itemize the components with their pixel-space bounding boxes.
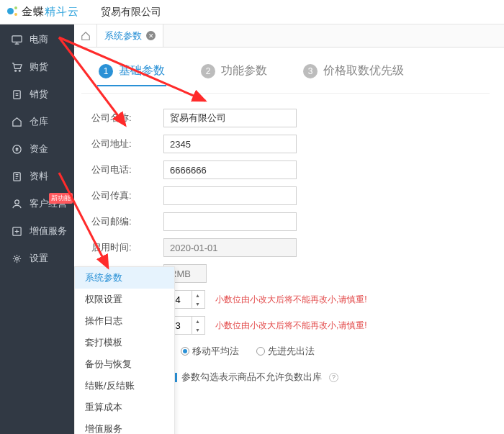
company-zip-input[interactable] — [163, 212, 297, 231]
cart-icon — [12, 62, 22, 73]
home-icon — [12, 117, 22, 127]
radio-icon — [256, 347, 265, 356]
sidebar-item-label: 电商 — [30, 33, 48, 46]
svg-rect-0 — [12, 35, 22, 41]
new-badge: 新功能 — [49, 193, 73, 204]
step-label: 基础参数 — [119, 63, 165, 78]
sidebar-item-settings[interactable]: 设置 — [0, 245, 74, 272]
step-number: 3 — [303, 64, 318, 78]
company-name-input[interactable] — [163, 109, 297, 127]
sidebar-item-label: 资料 — [30, 170, 48, 183]
label-company-name: 公司名称: — [91, 112, 163, 125]
brand-logo: 金蝶精斗云 — [6, 5, 79, 19]
label-company-tel: 公司电话: — [91, 163, 163, 176]
sidebar-item-label: 购货 — [30, 60, 48, 73]
sidebar: 电商 购货 销货 仓库 资金 资料 客户经营新功能 增值服务 设置 — [0, 24, 74, 434]
brand-text-a: 金蝶 — [22, 5, 45, 17]
sidebar-item-label: 设置 — [30, 252, 48, 265]
sidebar-item-label: 仓库 — [30, 115, 48, 128]
sidebar-item-valueadd[interactable]: 增值服务 — [0, 217, 74, 245]
svg-point-8 — [16, 257, 19, 260]
label-company-fax: 公司传真: — [91, 189, 163, 202]
tab-label: 系统参数 — [104, 30, 142, 42]
plus-box-icon — [12, 226, 22, 237]
submenu-valueadd[interactable]: 增值服务 — [75, 418, 174, 434]
step-label: 价格取数优先级 — [323, 63, 404, 78]
step-label: 功能参数 — [221, 63, 267, 78]
chevron-down-icon[interactable]: ▼ — [192, 325, 203, 334]
radio-fifo[interactable]: 先进先出法 — [256, 345, 315, 358]
gear-icon — [12, 253, 22, 264]
step-number: 2 — [201, 64, 215, 78]
label-enable-time: 启用时间: — [91, 241, 163, 254]
svg-point-1 — [15, 70, 17, 71]
submenu-label: 操作日志 — [85, 315, 122, 327]
submenu-recalc[interactable]: 重算成本 — [75, 397, 174, 418]
close-icon[interactable]: ✕ — [146, 31, 156, 40]
warning-text: 小数位由小改大后将不能再改小,请慎重! — [215, 320, 367, 332]
sidebar-item-data[interactable]: 资料 — [0, 163, 74, 190]
step-number: 1 — [99, 64, 113, 78]
sidebar-item-label: 销货 — [30, 88, 48, 101]
warning-text: 小数位由小改大后将不能再改小,请慎重! — [215, 294, 367, 306]
chevron-up-icon[interactable]: ▲ — [192, 317, 203, 325]
tabbar: 系统参数 ✕ — [74, 24, 504, 48]
tab-system-params[interactable]: 系统参数 ✕ — [97, 24, 163, 47]
step-price[interactable]: 3价格取数优先级 — [303, 63, 404, 86]
sidebar-item-purchase[interactable]: 购货 — [0, 53, 74, 81]
submenu-label: 结账/反结账 — [85, 379, 135, 392]
brand-text-b: 精斗云 — [45, 5, 79, 17]
svg-point-2 — [19, 70, 20, 71]
step-function[interactable]: 2功能参数 — [201, 63, 267, 86]
submenu-backup[interactable]: 备份与恢复 — [75, 353, 174, 375]
company-name: 贸易有限公司 — [101, 6, 161, 19]
tab-home[interactable] — [74, 24, 97, 47]
submenu-permissions[interactable]: 权限设置 — [75, 289, 174, 310]
radio-moving-avg[interactable]: 移动平均法 — [181, 345, 239, 358]
radio-label: 先进先出法 — [268, 345, 315, 358]
logo-icon — [6, 6, 19, 19]
user-icon — [12, 199, 22, 209]
sidebar-item-label: 资金 — [30, 143, 48, 155]
company-addr-input[interactable] — [163, 135, 297, 153]
chevron-up-icon[interactable]: ▲ — [192, 291, 203, 299]
settings-submenu: 系统参数 权限设置 操作日志 套打模板 备份与恢复 结账/反结账 重算成本 增值… — [74, 266, 175, 434]
step-basic[interactable]: 1基础参数 — [99, 63, 165, 86]
svg-rect-3 — [14, 90, 20, 98]
order-icon — [12, 89, 22, 100]
submenu-print-tpl[interactable]: 套打模板 — [75, 332, 174, 353]
submenu-system-params[interactable]: 系统参数 — [75, 267, 174, 289]
submenu-label: 权限设置 — [85, 293, 122, 306]
home-icon — [81, 31, 91, 41]
label-company-addr: 公司地址: — [91, 137, 163, 150]
company-tel-input[interactable] — [163, 161, 297, 179]
main-area: 系统参数 ✕ 1基础参数 2功能参数 3价格取数优先级 公司名称: 公司地址: … — [74, 24, 504, 434]
submenu-label: 套打模板 — [85, 336, 122, 349]
sidebar-item-label: 增值服务 — [30, 225, 67, 238]
submenu-op-log[interactable]: 操作日志 — [75, 310, 174, 332]
doc-icon — [12, 171, 22, 182]
sidebar-item-customer[interactable]: 客户经营新功能 — [0, 190, 74, 217]
radio-icon — [181, 347, 189, 356]
submenu-label: 系统参数 — [85, 271, 122, 284]
coin-icon — [12, 144, 22, 155]
checkbox-label: 参数勾选表示商品不允许负数出库 — [181, 371, 322, 384]
sidebar-item-finance[interactable]: 资金 — [0, 135, 74, 163]
submenu-label: 增值服务 — [85, 422, 122, 434]
chevron-down-icon[interactable]: ▼ — [192, 299, 203, 308]
svg-point-6 — [15, 199, 19, 204]
submenu-label: 备份与恢复 — [85, 358, 132, 371]
help-icon[interactable]: ? — [329, 373, 338, 382]
topbar: 金蝶精斗云 贸易有限公司 — [0, 0, 504, 24]
sidebar-item-ecommerce[interactable]: 电商 — [0, 26, 74, 53]
display-icon — [12, 35, 22, 45]
sidebar-item-sales[interactable]: 销货 — [0, 81, 74, 108]
company-fax-input[interactable] — [163, 186, 297, 205]
enable-time-input[interactable] — [163, 238, 297, 257]
submenu-label: 重算成本 — [85, 401, 122, 414]
step-nav: 1基础参数 2功能参数 3价格取数优先级 — [81, 48, 490, 94]
sidebar-item-warehouse[interactable]: 仓库 — [0, 108, 74, 135]
radio-label: 移动平均法 — [192, 345, 239, 358]
submenu-closing[interactable]: 结账/反结账 — [75, 375, 174, 397]
label-company-zip: 公司邮编: — [91, 215, 163, 228]
